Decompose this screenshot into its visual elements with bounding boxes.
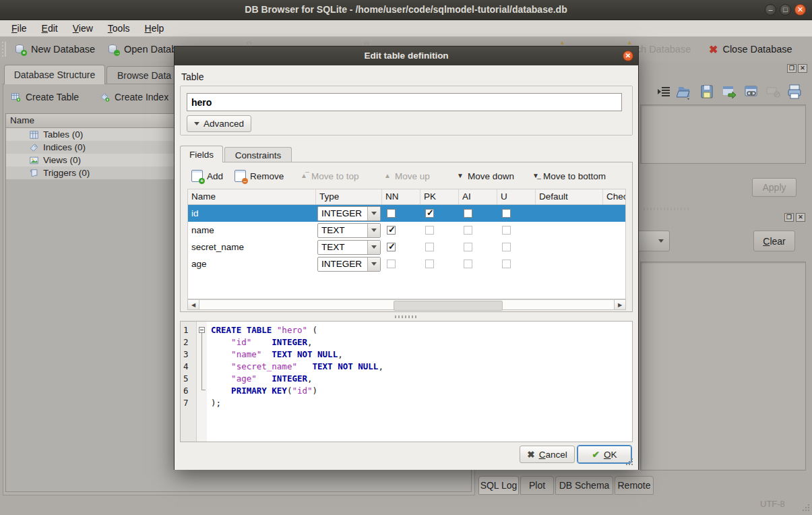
tab-plot[interactable]: Plot — [520, 476, 554, 495]
ai-checkbox[interactable]: ✓ — [464, 260, 472, 268]
new-database-button[interactable]: + New Database — [15, 40, 95, 58]
field-name-cell[interactable]: name — [188, 222, 316, 239]
dock-splitter[interactable] — [644, 208, 691, 210]
close-database-button[interactable]: ✖ Close Database — [709, 40, 792, 58]
cancel-button[interactable]: ✖ Cancel — [520, 446, 575, 463]
field-name-cell[interactable]: secret_name — [188, 239, 316, 255]
nn-checkbox[interactable]: ✓ — [387, 209, 396, 218]
type-combobox[interactable]: INTEGER — [317, 257, 381, 272]
menu-edit[interactable]: Edit — [34, 21, 65, 36]
cell-editor-area[interactable] — [640, 104, 806, 164]
fold-collapse-icon[interactable] — [199, 327, 205, 333]
maximize-icon[interactable]: □ — [780, 4, 791, 16]
pk-checkbox[interactable]: ✓ — [425, 260, 434, 268]
nn-checkbox[interactable]: ✓ — [387, 260, 396, 268]
field-name-cell[interactable]: id — [188, 205, 316, 222]
u-checkbox[interactable]: ✓ — [502, 226, 511, 235]
field-name-cell[interactable]: age — [188, 255, 316, 272]
fields-hscrollbar[interactable]: ◀ ▶ — [187, 299, 626, 310]
type-combobox[interactable]: INTEGER — [317, 206, 381, 221]
dialog-close-icon[interactable]: ✕ — [623, 51, 633, 61]
type-combobox[interactable]: TEXT — [317, 240, 381, 255]
sql-log-area[interactable] — [640, 262, 806, 471]
field-check-cell[interactable] — [603, 239, 626, 255]
link-icon[interactable] — [744, 84, 759, 100]
field-default-cell[interactable] — [536, 222, 603, 239]
create-table-button[interactable]: Create Table — [11, 89, 79, 105]
minimize-icon[interactable]: – — [765, 4, 776, 16]
ai-checkbox[interactable]: ✓ — [464, 209, 472, 218]
open-file-icon[interactable] — [677, 84, 691, 100]
fold-guide-end — [201, 390, 206, 390]
window-title: DB Browser for SQLite - /home/user/code/… — [0, 0, 812, 20]
scroll-right-icon[interactable]: ▶ — [614, 300, 625, 309]
menu-tools[interactable]: Tools — [100, 21, 137, 36]
field-pk-cell: ✓ — [420, 205, 459, 222]
close-subwindow-icon[interactable]: ✕ — [798, 64, 807, 73]
float-dock-icon[interactable]: ❐ — [784, 213, 794, 222]
tab-constraints[interactable]: Constraints — [224, 147, 292, 162]
field-row[interactable]: age INTEGER ✓ ✓ ✓ ✓ — [188, 255, 625, 272]
nn-checkbox[interactable]: ✓ — [387, 226, 396, 235]
menu-file[interactable]: File — [4, 21, 34, 36]
indent-icon[interactable] — [656, 84, 671, 100]
tab-sql-log[interactable]: SQL Log — [478, 476, 519, 495]
dialog-splitter[interactable] — [395, 315, 418, 318]
create-index-button[interactable]: Create Index — [100, 89, 168, 105]
remove-field-button[interactable]: – Remove — [235, 168, 284, 184]
u-checkbox[interactable]: ✓ — [502, 243, 511, 251]
move-down-button[interactable]: ▼ Move down — [457, 168, 514, 184]
ai-checkbox[interactable]: ✓ — [464, 226, 472, 235]
export-icon[interactable] — [722, 84, 737, 100]
nn-checkbox[interactable]: ✓ — [387, 243, 396, 251]
pk-checkbox[interactable]: ✓ — [425, 243, 434, 251]
ai-checkbox[interactable]: ✓ — [464, 243, 472, 251]
chevron-down-icon[interactable] — [367, 207, 380, 220]
scroll-left-icon[interactable]: ◀ — [188, 300, 199, 309]
field-type-cell: TEXT — [316, 222, 382, 239]
pk-checkbox[interactable]: ✓ — [425, 226, 434, 235]
tab-database-structure[interactable]: Database Structure — [4, 65, 105, 84]
tab-fields[interactable]: Fields — [180, 146, 223, 162]
add-field-button[interactable]: + Add — [191, 168, 223, 184]
clear-log-button[interactable]: Clear — [753, 231, 795, 251]
tab-browse-data[interactable]: Browse Data — [106, 66, 182, 84]
field-default-cell[interactable] — [536, 205, 603, 222]
u-checkbox[interactable]: ✓ — [502, 209, 511, 218]
print-icon[interactable] — [787, 84, 802, 100]
tab-db-schema[interactable]: DB Schema — [555, 476, 613, 495]
menu-help[interactable]: Help — [137, 21, 172, 36]
move-to-bottom-button[interactable]: ▼̲ Move to bottom — [532, 168, 606, 184]
field-check-cell[interactable] — [603, 205, 626, 222]
field-row[interactable]: secret_name TEXT ✓ ✓ ✓ ✓ — [188, 239, 625, 255]
ok-button[interactable]: ✔ OK — [577, 446, 631, 463]
dialog-titlebar[interactable]: Edit table definition — [175, 47, 638, 65]
add-field-icon: + — [191, 170, 203, 182]
menu-view[interactable]: View — [65, 21, 100, 36]
dialog-resize-grip[interactable] — [625, 458, 633, 466]
field-check-cell[interactable] — [603, 255, 626, 272]
save-icon[interactable] — [699, 84, 714, 100]
field-check-cell[interactable] — [603, 222, 626, 239]
fields-tab-panel: + Add – Remove ▲̅ Move to top ▲ Move up … — [180, 162, 633, 312]
u-checkbox[interactable]: ✓ — [502, 260, 511, 268]
field-row[interactable]: name TEXT ✓ ✓ ✓ ✓ — [188, 222, 625, 239]
field-row[interactable]: id INTEGER ✓ ✓ ✓ ✓ — [188, 205, 625, 222]
chevron-down-icon[interactable] — [367, 258, 380, 271]
advanced-button[interactable]: Advanced — [187, 115, 251, 132]
scrollbar-thumb[interactable] — [394, 301, 503, 311]
field-default-cell[interactable] — [536, 239, 603, 255]
restore-subwindow-icon[interactable]: ❐ — [787, 64, 797, 73]
pk-checkbox[interactable]: ✓ — [425, 209, 434, 218]
field-type-cell: INTEGER — [316, 205, 382, 222]
chevron-down-icon[interactable] — [367, 241, 380, 254]
chevron-down-icon[interactable] — [367, 224, 380, 237]
sql-preview[interactable]: 1234567 CREATE TABLE "hero" ( "id" INTEG… — [180, 321, 633, 442]
field-default-cell[interactable] — [536, 255, 603, 272]
tab-remote[interactable]: Remote — [615, 476, 654, 495]
close-dock-icon[interactable]: ✕ — [796, 213, 805, 222]
type-combobox[interactable]: TEXT — [317, 223, 381, 238]
resize-grip[interactable] — [801, 504, 810, 512]
table-name-input[interactable]: hero — [187, 93, 622, 111]
close-window-icon[interactable]: ✕ — [794, 4, 806, 16]
